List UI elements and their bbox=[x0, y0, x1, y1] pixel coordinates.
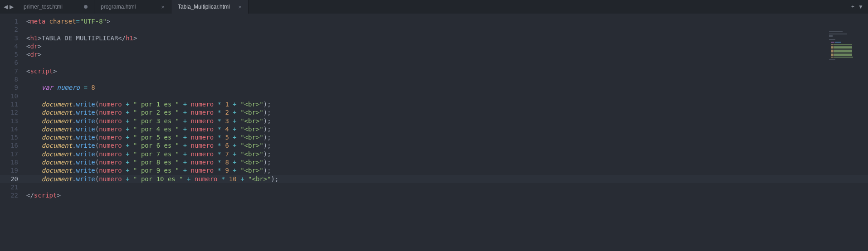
line-number: 8 bbox=[0, 75, 24, 83]
code-line[interactable]: document.write(numero + " por 5 es " + n… bbox=[24, 133, 868, 141]
code-line[interactable]: </script> bbox=[24, 191, 868, 199]
line-number: 7 bbox=[0, 67, 24, 75]
nav-forward-icon[interactable]: ▶ bbox=[9, 4, 15, 10]
tab-tabla_multiplicar-html[interactable]: Tabla_Multiplicar.html× bbox=[171, 0, 249, 14]
code-line[interactable] bbox=[24, 92, 868, 100]
editor-window: ◀ ▶ primer_test.htmlprograma.html×Tabla_… bbox=[0, 0, 868, 251]
line-number: 16 bbox=[0, 141, 24, 150]
nav-arrows: ◀ ▶ bbox=[0, 0, 17, 14]
tab-programa-html[interactable]: programa.html× bbox=[94, 0, 171, 14]
code-line[interactable] bbox=[24, 183, 868, 191]
nav-back-icon[interactable]: ◀ bbox=[3, 4, 9, 10]
line-number: 2 bbox=[0, 25, 24, 34]
line-number: 3 bbox=[0, 34, 24, 42]
line-number: 21 bbox=[0, 183, 24, 191]
code-line[interactable]: <meta charset="UTF-8"> bbox=[24, 17, 868, 25]
line-number: 9 bbox=[0, 83, 24, 92]
code-content[interactable]: <meta charset="UTF-8"> <h1>TABLA DE MULT… bbox=[24, 14, 868, 251]
code-line[interactable]: <h1>TABLA DE MULTIPLICAR</h1> bbox=[24, 34, 868, 42]
tab-primer_test-html[interactable]: primer_test.html bbox=[17, 0, 94, 14]
tab-menu-button[interactable]: ▼ bbox=[856, 4, 865, 10]
code-line[interactable]: document.write(numero + " por 10 es " + … bbox=[24, 175, 868, 183]
code-line[interactable]: var numero = 8 bbox=[24, 83, 868, 92]
code-line[interactable]: document.write(numero + " por 8 es " + n… bbox=[24, 158, 868, 166]
line-number: 19 bbox=[0, 166, 24, 174]
line-number: 10 bbox=[0, 92, 24, 100]
code-line[interactable]: <dr> bbox=[24, 42, 868, 50]
code-line[interactable] bbox=[24, 58, 868, 67]
code-line[interactable]: document.write(numero + " por 9 es " + n… bbox=[24, 166, 868, 174]
line-number: 4 bbox=[0, 42, 24, 50]
line-number: 15 bbox=[0, 133, 24, 141]
tab-bar-actions: + ▼ bbox=[847, 0, 868, 14]
line-number: 1 bbox=[0, 17, 24, 25]
tab-close-icon[interactable]: × bbox=[159, 4, 166, 10]
code-line[interactable] bbox=[24, 75, 868, 83]
code-line[interactable]: document.write(numero + " por 1 es " + n… bbox=[24, 100, 868, 108]
line-number: 12 bbox=[0, 108, 24, 116]
line-number: 14 bbox=[0, 125, 24, 133]
minimap[interactable] bbox=[829, 31, 865, 72]
code-line[interactable]: document.write(numero + " por 4 es " + n… bbox=[24, 125, 868, 133]
code-line[interactable]: document.write(numero + " por 7 es " + n… bbox=[24, 150, 868, 158]
line-number: 5 bbox=[0, 50, 24, 58]
code-line[interactable]: <script> bbox=[24, 67, 868, 75]
code-line[interactable]: document.write(numero + " por 2 es " + n… bbox=[24, 108, 868, 116]
line-number: 11 bbox=[0, 100, 24, 108]
line-number: 20 bbox=[0, 175, 24, 183]
tab-label: Tabla_Multiplicar.html bbox=[178, 4, 233, 10]
code-line[interactable]: <dr> bbox=[24, 50, 868, 58]
code-line[interactable]: document.write(numero + " por 6 es " + n… bbox=[24, 141, 868, 150]
code-line[interactable] bbox=[24, 25, 868, 34]
tab-label: programa.html bbox=[101, 4, 156, 10]
tab-bar: ◀ ▶ primer_test.htmlprograma.html×Tabla_… bbox=[0, 0, 868, 14]
line-number: 18 bbox=[0, 158, 24, 166]
new-tab-button[interactable]: + bbox=[849, 4, 856, 10]
line-number: 13 bbox=[0, 117, 24, 125]
editor-area[interactable]: 12345678910111213141516171819202122 <met… bbox=[0, 14, 868, 251]
tab-label: primer_test.html bbox=[24, 4, 79, 10]
tab-dirty-icon bbox=[84, 5, 88, 9]
line-number: 17 bbox=[0, 150, 24, 158]
line-number-gutter: 12345678910111213141516171819202122 bbox=[0, 14, 24, 251]
tab-close-icon[interactable]: × bbox=[236, 4, 244, 10]
line-number: 22 bbox=[0, 191, 24, 199]
line-number: 6 bbox=[0, 58, 24, 67]
code-line[interactable]: document.write(numero + " por 3 es " + n… bbox=[24, 117, 868, 125]
